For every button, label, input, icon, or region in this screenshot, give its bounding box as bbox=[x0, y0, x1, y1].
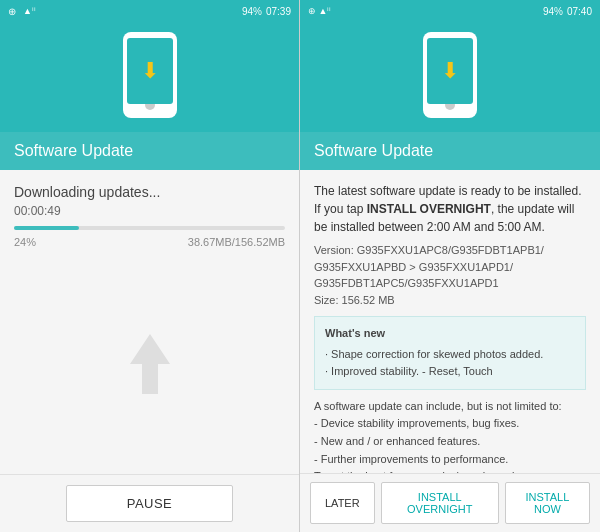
left-signal-icons: ▲ᴵᴵ bbox=[23, 6, 36, 16]
left-title: Software Update bbox=[14, 142, 285, 160]
right-title-bar: Software Update bbox=[300, 132, 600, 170]
left-title-bar: Software Update bbox=[0, 132, 299, 170]
progress-bar-fill bbox=[14, 226, 79, 230]
right-status-icons: ⊕ ▲ᴵᴵ bbox=[308, 6, 331, 16]
phone-screen-left: ⬇ bbox=[127, 38, 173, 104]
left-phone-icon-area: ⬇ bbox=[0, 22, 299, 132]
phone-screen-right: ⬇ bbox=[427, 38, 473, 104]
left-content: Downloading updates... 00:00:49 24% 38.6… bbox=[0, 170, 299, 474]
progress-percent-label: 24% bbox=[14, 236, 36, 248]
progress-info: 24% 38.67MB/156.52MB bbox=[14, 236, 285, 248]
right-status-bar: ⊕ ▲ᴵᴵ 94% 07:40 bbox=[300, 0, 600, 22]
download-arrow-icon-left: ⬇ bbox=[141, 60, 159, 82]
right-content: The latest software update is ready to b… bbox=[300, 170, 600, 473]
version-info: Version: G935FXXU1APC8/G935FDBT1APB1/ G9… bbox=[314, 242, 586, 308]
left-status-icons: ⊕ ▲ᴵᴵ bbox=[8, 5, 36, 17]
left-time: 07:39 bbox=[266, 6, 291, 17]
right-phone-icon-area: ⬇ bbox=[300, 22, 600, 132]
left-panel: ⊕ ▲ᴵᴵ 94% 07:39 ⬇ Software Update Downlo… bbox=[0, 0, 300, 532]
progress-size-label: 38.67MB/156.52MB bbox=[188, 236, 285, 248]
install-now-button[interactable]: INSTALL NOW bbox=[505, 482, 590, 524]
body-text: A software update can include, but is no… bbox=[314, 398, 586, 473]
later-button[interactable]: LATER bbox=[310, 482, 375, 524]
left-battery-text: 94% bbox=[242, 6, 262, 17]
right-bottom-bar: LATER INSTALL OVERNIGHT INSTALL NOW bbox=[300, 473, 600, 532]
install-overnight-button[interactable]: INSTALL OVERNIGHT bbox=[381, 482, 499, 524]
phone-icon-right: ⬇ bbox=[423, 32, 477, 118]
right-signal-icons: ⊕ ▲ᴵᴵ bbox=[308, 6, 331, 16]
right-battery-text: 94% bbox=[543, 6, 563, 17]
description-text: The latest software update is ready to b… bbox=[314, 182, 586, 236]
pause-button[interactable]: PAUSE bbox=[66, 485, 234, 522]
left-bottom-bar: PAUSE bbox=[0, 474, 299, 532]
right-title: Software Update bbox=[314, 142, 586, 160]
svg-text:⊕: ⊕ bbox=[8, 6, 16, 17]
svg-marker-1 bbox=[130, 334, 170, 394]
phone-icon-left: ⬇ bbox=[123, 32, 177, 118]
progress-bar-container bbox=[14, 226, 285, 230]
big-arrow-svg bbox=[110, 324, 190, 404]
right-panel: ⊕ ▲ᴵᴵ 94% 07:40 ⬇ Software Update The la… bbox=[300, 0, 600, 532]
right-time: 07:40 bbox=[567, 6, 592, 17]
bluetooth-icon: ⊕ bbox=[8, 5, 20, 17]
whats-new-title: What's new bbox=[325, 325, 575, 343]
download-arrow-icon-right: ⬇ bbox=[441, 60, 459, 82]
left-status-bar: ⊕ ▲ᴵᴵ 94% 07:39 bbox=[0, 0, 299, 22]
whats-new-items: · Shape correction for skewed photos add… bbox=[325, 346, 575, 381]
downloading-label: Downloading updates... bbox=[14, 184, 285, 200]
big-download-arrow bbox=[14, 268, 285, 460]
timer-label: 00:00:49 bbox=[14, 204, 285, 218]
whats-new-box: What's new · Shape correction for skewed… bbox=[314, 316, 586, 390]
